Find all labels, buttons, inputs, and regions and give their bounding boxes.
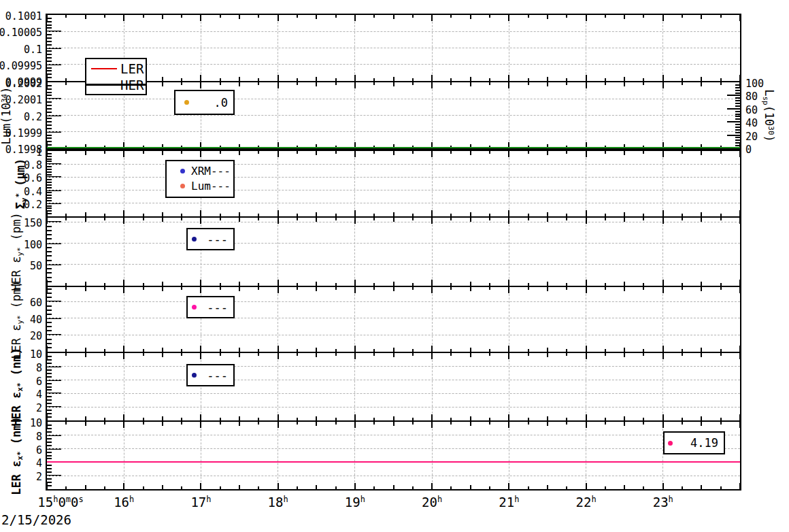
x-tick-label: 20h [422, 495, 442, 510]
y-tick-mark [47, 159, 52, 160]
x-tick-mark [123, 280, 124, 286]
y-tick-mark [735, 132, 740, 133]
y-axis-label-lum-bottom: Lum(1034) [0, 86, 13, 144]
x-tick-mark [508, 422, 509, 428]
y-axis-label-sigma-y: Σy* (μm) [14, 159, 28, 210]
y-tick-mark [47, 314, 52, 315]
x-tick-mark [143, 218, 144, 220]
x-tick-mark [85, 15, 86, 19]
x-tick-mark [220, 353, 221, 356]
y-tick-mark [47, 413, 52, 414]
x-tick-mark [65, 151, 67, 154]
panel-lum-bottom: 0.20020.20010.20.19990.1998100806040200L… [46, 81, 741, 150]
y-tick-label: 40 [745, 117, 758, 129]
x-tick-mark [450, 353, 452, 356]
x-tick-mark [200, 414, 201, 420]
x-tick-mark [643, 287, 644, 290]
x-tick-mark [85, 151, 86, 155]
x-tick-mark [316, 218, 317, 222]
x-tick-mark [586, 82, 587, 88]
hour-gridline [586, 422, 586, 489]
y-tick-mark [735, 116, 740, 117]
y-tick-mark [727, 95, 740, 96]
x-tick-mark [297, 287, 298, 290]
x-tick-mark [662, 280, 664, 286]
x-tick-mark [162, 151, 163, 155]
x-tick-mark [739, 218, 741, 224]
legend-entry-xrm: XRM--- [167, 164, 233, 179]
x-tick-mark [65, 15, 67, 18]
lsp-line [47, 147, 740, 148]
y-tick-mark [47, 326, 52, 327]
hour-gridline [278, 422, 278, 489]
x-tick-mark [470, 422, 471, 426]
x-tick-mark [278, 15, 279, 21]
x-tick-mark [643, 422, 644, 425]
hour-gridline [662, 151, 663, 216]
y-tick-mark [47, 210, 52, 212]
x-tick-mark [200, 287, 201, 293]
x-tick-mark [123, 483, 124, 489]
x-tick-mark [431, 483, 433, 489]
y-tick-mark [735, 139, 740, 141]
x-tick-mark [65, 486, 67, 489]
y-tick-mark [47, 124, 52, 126]
x-tick-mark [605, 486, 606, 489]
y-tick-mark [47, 57, 52, 59]
x-tick-mark [200, 483, 201, 489]
x-tick-mark [46, 75, 48, 81]
x-tick-mark [220, 82, 221, 85]
x-tick-mark [258, 287, 259, 290]
y-tick-mark [47, 195, 52, 196]
y-tick-mark [47, 322, 52, 323]
x-tick-mark [739, 483, 741, 489]
x-tick-mark [720, 353, 722, 356]
x-tick-mark [586, 75, 587, 81]
y-tick-mark [47, 44, 52, 46]
x-tick-mark [489, 353, 490, 356]
x-tick-mark [85, 422, 86, 426]
x-tick-mark [393, 218, 394, 222]
x-tick-mark [354, 218, 356, 224]
x-tick-label: 18h [268, 495, 288, 510]
x-tick-mark [143, 353, 144, 356]
script-text: sp [761, 96, 770, 105]
x-tick-mark [373, 422, 375, 425]
x-tick-mark [297, 486, 298, 489]
x-tick-mark [239, 15, 240, 19]
y-gridline [47, 318, 740, 318]
x-tick-mark [123, 218, 124, 224]
x-tick-mark [335, 82, 337, 85]
x-tick-mark [662, 483, 664, 489]
x-tick-mark [470, 218, 471, 222]
x-tick-mark [354, 280, 356, 286]
x-tick-mark [739, 422, 741, 428]
readout-value: --- [207, 365, 228, 385]
y-tick-mark [47, 85, 52, 86]
y-tick-mark [47, 207, 52, 209]
legend-label: LER [120, 61, 144, 77]
y-tick-mark [47, 410, 52, 411]
hour-gridline [354, 151, 355, 216]
x-tick-mark [566, 15, 567, 18]
x-tick-mark [65, 422, 67, 425]
value-readout-box-lum-bottom: .0 [174, 90, 235, 115]
x-tick-mark [701, 151, 702, 155]
x-tick-mark [393, 82, 394, 86]
x-tick-mark [123, 15, 124, 21]
y-tick-mark [47, 260, 52, 261]
script-text: x* [16, 451, 24, 460]
x-tick-mark [200, 218, 201, 224]
hour-gridline [278, 151, 278, 216]
x-tick-mark [200, 280, 201, 286]
y-tick-mark [735, 124, 740, 125]
x-tick-mark [373, 218, 375, 220]
x-tick-mark [220, 151, 221, 154]
x-tick-mark [200, 353, 201, 359]
y-tick-mark [47, 468, 52, 469]
x-tick-mark [65, 287, 67, 290]
y-gridline [47, 476, 740, 476]
y-tick-mark [47, 34, 52, 35]
script-text: y* [16, 247, 24, 256]
x-tick-mark [278, 287, 279, 293]
